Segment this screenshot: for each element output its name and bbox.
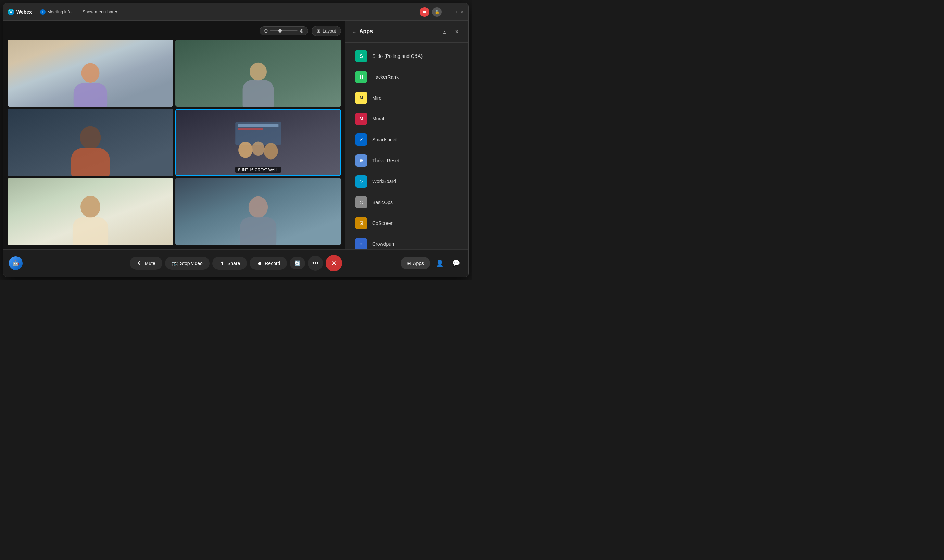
end-call-icon: ✕ [331, 260, 337, 267]
basicops-name: BasicOps [372, 200, 393, 205]
coscreen-icon: ⊡ [355, 217, 367, 229]
minimize-button[interactable]: ─ [447, 9, 452, 14]
share-label: Share [227, 260, 240, 266]
window-controls: ─ □ ✕ [447, 9, 464, 14]
apps-panel-title-text: Apps [359, 28, 373, 35]
video-cell-3[interactable] [8, 109, 173, 176]
app-item-hackerrank[interactable]: H HackerRank [348, 67, 466, 87]
svg-point-0 [81, 63, 99, 83]
crowdpurr-name: Crowdpurr [372, 241, 394, 247]
toolbar-right: ⊞ Apps 👤 💬 [400, 256, 463, 270]
video-cell-2[interactable] [175, 40, 341, 107]
chat-icon: 💬 [452, 260, 460, 267]
stop-video-button[interactable]: 📷 Stop video [165, 257, 209, 270]
app-item-mural[interactable]: M Mural [348, 109, 466, 129]
share-icon: ⬆ [219, 260, 225, 266]
video-cell-5[interactable] [8, 178, 173, 245]
svg-point-2 [249, 63, 267, 81]
participants-button[interactable]: 👤 [433, 256, 447, 270]
svg-point-14 [249, 196, 268, 218]
app-item-workboard[interactable]: ▷ WorkBoard [348, 171, 466, 192]
apps-panel-popout-button[interactable]: ⊡ [440, 27, 449, 36]
apps-panel-title: ⌄ Apps [352, 28, 373, 35]
layout-icon: ⊞ [317, 28, 320, 34]
apps-panel-close-button[interactable]: ✕ [452, 27, 462, 36]
reaction-icon: 🔄 [294, 260, 300, 266]
smartsheet-icon: ✓ [355, 134, 367, 146]
more-icon: ••• [312, 260, 319, 267]
security-button[interactable]: 🔒 [432, 7, 442, 17]
app-item-coscreen[interactable]: ⊡ CoScreen [348, 213, 466, 234]
chat-button[interactable]: 💬 [449, 256, 463, 270]
basicops-icon: ◎ [355, 196, 367, 208]
app-item-smartsheet[interactable]: ✓ Smartsheet [348, 129, 466, 150]
show-menu-button[interactable]: Show menu bar ▾ [80, 8, 120, 16]
mute-button[interactable]: 🎙 Mute [130, 257, 162, 270]
zoom-slider[interactable] [270, 31, 297, 31]
webex-window: W Webex i Meeting info Show menu bar ▾ ⏺… [3, 3, 469, 277]
apps-toolbar-icon: ⊞ [407, 260, 411, 266]
end-call-button[interactable]: ✕ [326, 255, 342, 271]
app-item-crowdpurr[interactable]: ≡ Crowdpurr [348, 234, 466, 249]
svg-point-4 [80, 126, 101, 149]
zoom-in-icon[interactable]: ⊕ [300, 28, 304, 34]
reaction-button[interactable]: 🔄 [290, 257, 305, 269]
app-item-basicops[interactable]: ◎ BasicOps [348, 192, 466, 212]
svg-rect-7 [238, 124, 279, 127]
svg-point-9 [238, 142, 253, 158]
miro-name: Miro [372, 95, 382, 101]
svg-point-11 [252, 142, 264, 156]
app-item-thrive[interactable]: ❋ Thrive Reset [348, 150, 466, 171]
apps-panel: ⌄ Apps ⊡ ✕ S Slido (Polling and Q&A) H H… [345, 20, 468, 249]
apps-toolbar-label: Apps [413, 260, 424, 266]
record-button[interactable]: ⏺ Record [249, 257, 287, 270]
apps-toolbar-button[interactable]: ⊞ Apps [400, 257, 430, 269]
title-bar-controls: ⏺ 🔒 ─ □ ✕ [420, 7, 464, 17]
close-button[interactable]: ✕ [459, 9, 464, 14]
app-item-slido[interactable]: S Slido (Polling and Q&A) [348, 46, 466, 66]
slido-name: Slido (Polling and Q&A) [372, 54, 422, 59]
apps-panel-header: ⌄ Apps ⊡ ✕ [345, 20, 468, 43]
mute-label: Mute [145, 260, 156, 266]
user-avatar: 🤖 [9, 256, 23, 270]
thrive-name: Thrive Reset [372, 158, 399, 163]
title-bar-left: W Webex i Meeting info Show menu bar ▾ [8, 8, 420, 16]
slido-icon: S [355, 50, 367, 62]
more-button[interactable]: ••• [308, 256, 323, 271]
record-label: Record [265, 260, 280, 266]
show-menu-label: Show menu bar [83, 9, 114, 14]
zoom-control: ⊖ ⊕ [260, 26, 308, 35]
maximize-button[interactable]: □ [453, 9, 458, 14]
meeting-info-button[interactable]: i Meeting info [37, 8, 74, 16]
video-label-4: SHN7-16-GREAT WALL [235, 167, 281, 172]
svg-rect-1 [74, 83, 107, 107]
zoom-slider-thumb [279, 29, 282, 32]
hackerrank-name: HackerRank [372, 74, 399, 80]
zoom-out-icon[interactable]: ⊖ [264, 28, 268, 34]
svg-point-10 [264, 143, 278, 159]
mural-name: Mural [372, 116, 384, 122]
workboard-icon: ▷ [355, 175, 367, 188]
svg-rect-3 [243, 80, 274, 107]
layout-button[interactable]: ⊞ Layout [312, 26, 341, 36]
meeting-info-label: Meeting info [47, 9, 72, 14]
crowdpurr-icon: ≡ [355, 238, 367, 249]
stop-video-label: Stop video [180, 260, 203, 266]
video-cell-6[interactable] [175, 178, 341, 245]
layout-label: Layout [323, 28, 336, 34]
app-item-miro[interactable]: M Miro [348, 88, 466, 108]
chevron-down-icon: ▾ [115, 9, 117, 14]
video-controls-top: ⊖ ⊕ ⊞ Layout [8, 25, 341, 37]
video-cell-1[interactable] [8, 40, 173, 107]
participants-icon: 👤 [436, 260, 444, 267]
mute-icon: 🎙 [137, 260, 143, 266]
share-button[interactable]: ⬆ Share [212, 257, 247, 270]
svg-rect-13 [72, 217, 108, 245]
main-content: ⊖ ⊕ ⊞ Layout [3, 20, 468, 249]
video-cell-4[interactable]: SHN7-16-GREAT WALL [175, 109, 341, 176]
hackerrank-icon: H [355, 71, 367, 83]
video-grid: SHN7-16-GREAT WALL [8, 40, 341, 245]
collapse-icon[interactable]: ⌄ [352, 29, 356, 34]
recording-indicator: ⏺ [420, 7, 430, 17]
video-icon: 📷 [172, 260, 178, 266]
